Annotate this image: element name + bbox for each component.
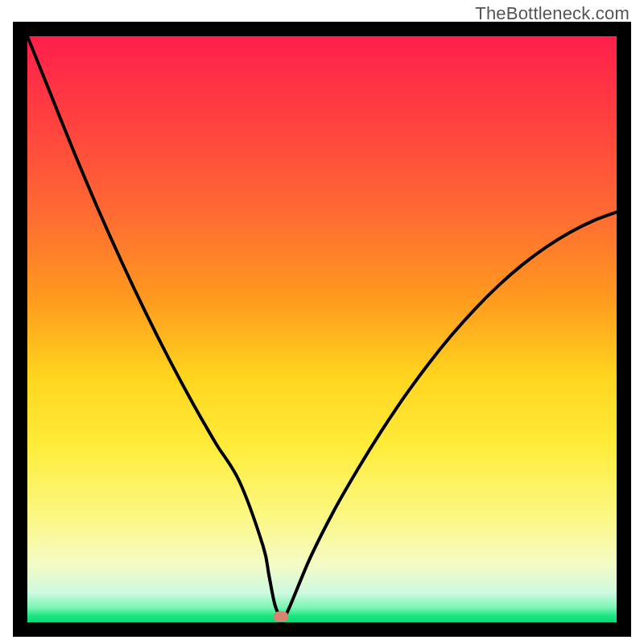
root: TheBottleneck.com [0, 0, 644, 644]
chart-frame [13, 22, 631, 637]
optimum-marker [274, 611, 288, 621]
chart-plot-area [27, 36, 617, 622]
bottleneck-curve [27, 36, 617, 622]
